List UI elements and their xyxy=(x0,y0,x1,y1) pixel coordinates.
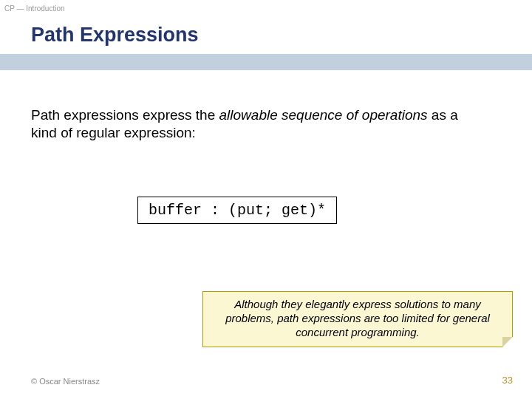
body-italic: allowable sequence of operations xyxy=(219,107,428,123)
body-leading: Path expressions express the xyxy=(31,107,219,123)
body-paragraph: Path expressions express the allowable s… xyxy=(31,106,474,142)
slide: CP — Introduction Path Expressions Path … xyxy=(0,0,532,399)
note-text: Although they elegantly express solution… xyxy=(225,298,490,338)
footer-copyright: © Oscar Nierstrasz xyxy=(31,377,100,386)
header-label: CP — Introduction xyxy=(4,4,65,13)
note-box: Although they elegantly express solution… xyxy=(202,291,513,347)
page-fold-cut xyxy=(502,337,513,347)
title-bar: Path Expressions xyxy=(0,16,532,70)
code-box: buffer : (put; get)* xyxy=(137,197,337,224)
footer-page-number: 33 xyxy=(502,375,513,386)
slide-title: Path Expressions xyxy=(31,24,532,47)
